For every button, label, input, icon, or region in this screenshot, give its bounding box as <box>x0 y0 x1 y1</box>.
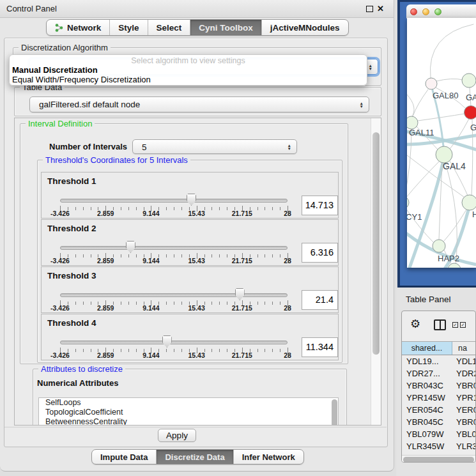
attribute-item-betweennesscentrality[interactable]: BetweennessCentrality <box>39 417 338 426</box>
gear-icon[interactable]: ⚙ <box>410 317 420 331</box>
slider-handle[interactable] <box>126 241 135 253</box>
cell-name: YLR3... <box>452 440 475 452</box>
node-ga[interactable] <box>462 73 476 88</box>
popup-prompt: Select algorithm to view settings <box>10 56 367 65</box>
node-partial[interactable] <box>448 263 461 268</box>
table-horizontal-scrollbar[interactable] <box>402 455 475 463</box>
slider-handle[interactable] <box>162 335 172 348</box>
cell-name: YBL0... <box>452 428 475 440</box>
popup-option-equal-width-frequency[interactable]: Equal Width/Frequency Discretization <box>12 75 151 84</box>
popup-option-manual-discretization[interactable]: Manual Discretization <box>12 65 98 75</box>
table-row[interactable]: YBR045CYBR0... <box>402 416 475 428</box>
threshold-value-field[interactable]: 6.316 <box>302 243 338 263</box>
combo-arrows-icon: ▲▼ <box>369 64 372 70</box>
number-of-intervals-select[interactable]: 5 ▲▼ <box>132 139 297 154</box>
slider-track[interactable] <box>60 199 288 203</box>
column-header-name[interactable]: na <box>452 342 475 355</box>
node-h[interactable] <box>462 195 476 210</box>
tab-discretize-data[interactable]: Discretize Data <box>156 450 233 464</box>
threshold-value-field[interactable]: 14.713 <box>302 196 338 215</box>
checkbox-icon: ✓ <box>452 322 458 328</box>
network-canvas[interactable]: GAL80GAGGAL11GAL4GCY1HHAP2 <box>407 18 476 268</box>
tab-jactivemnodules[interactable]: jActiveMNodules <box>261 20 348 35</box>
tab-label: Infer Network <box>242 452 295 462</box>
node-gal80[interactable] <box>426 78 437 89</box>
table-header-row: shared... na <box>402 341 475 355</box>
tab-cyni-toolbox[interactable]: Cyni Toolbox <box>190 20 261 35</box>
table-row[interactable]: YDR27...YDR2... <box>402 367 475 380</box>
network-window-titlebar <box>406 4 476 19</box>
tab-select[interactable]: Select <box>148 20 190 35</box>
minimize-traffic-light-icon[interactable] <box>422 8 429 15</box>
attribute-item-topologicalcoefficient[interactable]: TopologicalCoefficient <box>39 408 338 417</box>
threshold-value-field[interactable]: 21.4 <box>302 290 338 310</box>
list-scrollbar[interactable] <box>332 399 337 426</box>
settings-vertical-scrollbar[interactable] <box>371 118 381 425</box>
table-data-select[interactable]: galFiltered.sif default node ▲▼ <box>29 96 369 112</box>
cell-shared-name: YER054C <box>402 404 452 416</box>
tick-label: 21.715 <box>226 210 258 217</box>
numerical-attributes-list[interactable]: SelfLoopsTopologicalCoefficientBetweenne… <box>38 397 339 426</box>
float-window-icon[interactable] <box>366 6 373 12</box>
table-row[interactable]: YBL079WYBL0... <box>402 428 475 440</box>
tick-label: 2.859 <box>89 210 121 217</box>
node-label: GAL4 <box>443 161 466 171</box>
table-body: YDL19...YDL1...YDR27...YDR2...YBR043CYBR… <box>402 355 475 463</box>
tab-impute-data[interactable]: Impute Data <box>92 450 156 464</box>
cell-name: YPR1... <box>452 392 475 404</box>
tab-style[interactable]: Style <box>109 20 147 35</box>
node-label: GA <box>466 93 476 102</box>
slider-track[interactable] <box>60 293 288 297</box>
slider-handle[interactable] <box>187 194 196 206</box>
split-view-icon[interactable] <box>434 319 446 330</box>
zoom-traffic-light-icon[interactable] <box>434 8 441 15</box>
edge-thin <box>407 129 411 197</box>
scrollbar-thumb[interactable] <box>403 457 474 463</box>
slider-handle[interactable] <box>235 288 245 300</box>
apply-button[interactable]: Apply <box>158 429 196 442</box>
threshold-label: Threshold 4 <box>47 318 96 328</box>
slider-track[interactable] <box>60 246 288 250</box>
table-panel-title: Table Panel <box>406 295 451 304</box>
table-row[interactable]: YPR145WYPR1... <box>402 392 475 404</box>
threshold-value-field[interactable]: 11.344 <box>302 337 338 357</box>
column-visibility-icons[interactable]: ✓ ✓ <box>452 322 466 328</box>
tab-infer-network[interactable]: Infer Network <box>233 450 303 464</box>
scrollbar-thumb[interactable] <box>372 132 380 355</box>
node-gal11[interactable] <box>407 116 418 129</box>
node-hap2[interactable] <box>433 240 445 252</box>
close-icon[interactable]: ✕ <box>377 4 384 14</box>
tick-mark <box>174 254 174 257</box>
edge-thin <box>418 114 464 121</box>
node-gcy1[interactable] <box>407 196 409 209</box>
tick-label: 2.859 <box>89 304 121 312</box>
column-header-shared-name[interactable]: shared... <box>402 342 452 355</box>
attribute-item-selfloops[interactable]: SelfLoops <box>39 398 338 408</box>
table-row[interactable]: YBR043CYBR0... <box>402 380 475 392</box>
tick-label: 15.43 <box>181 351 213 359</box>
threshold-row-1: Threshold 1-3.4262.8599.14415.4321.71528… <box>41 172 339 219</box>
table-row[interactable]: YER054CYER0... <box>402 404 475 416</box>
table-row[interactable]: YLR345WYLR3... <box>402 440 475 452</box>
tab-network[interactable]: Network <box>47 20 109 35</box>
node-g[interactable] <box>464 106 476 119</box>
tick-label: 28 <box>272 257 303 265</box>
tick-label: 9.144 <box>135 257 167 265</box>
top-tab-bar: NetworkStyleSelectCyni ToolboxjActiveMNo… <box>46 19 349 36</box>
numerical-attributes-label: Numerical Attributes <box>37 378 118 388</box>
tick-mark <box>265 207 265 210</box>
interval-definition-group: Interval Definition Number of Intervals … <box>20 123 348 364</box>
slider-track[interactable] <box>60 341 288 344</box>
threshold-label: Threshold 2 <box>47 224 96 233</box>
tick-label: -3.426 <box>44 257 76 265</box>
tick-mark <box>265 302 265 305</box>
table-row[interactable]: YDL19...YDL1... <box>402 355 475 367</box>
combo-arrows-icon: ▲▼ <box>288 144 291 150</box>
edge-thin <box>436 79 463 81</box>
tick-label: 2.859 <box>89 257 121 265</box>
cell-name: YDR2... <box>452 367 475 380</box>
network-view-window[interactable]: GAL80GAGGAL11GAL4GCY1HHAP2 <box>397 0 476 288</box>
cell-shared-name: YBR043C <box>402 380 452 392</box>
tick-mark <box>174 349 174 352</box>
close-traffic-light-icon[interactable] <box>410 8 417 15</box>
